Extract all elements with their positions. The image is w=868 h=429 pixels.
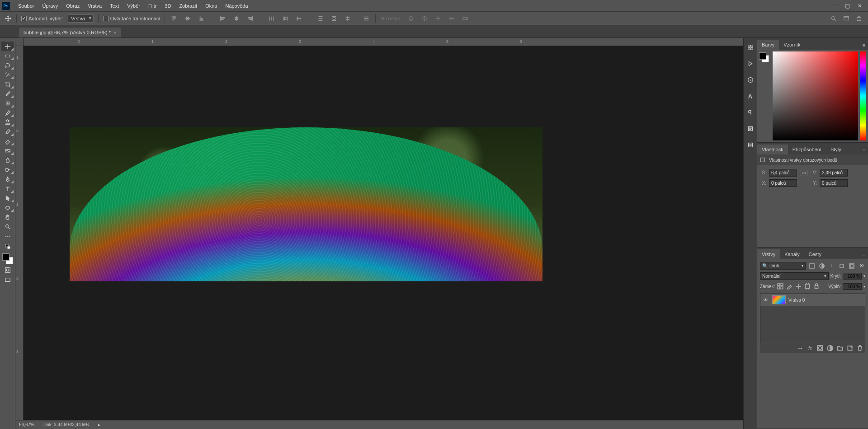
lock-position-icon[interactable] (795, 283, 802, 290)
clone-stamp-tool[interactable] (1, 117, 14, 127)
shape-tool[interactable] (1, 203, 14, 212)
align-right-icon[interactable] (245, 14, 255, 23)
opacity-input[interactable] (843, 273, 862, 280)
menu-filter[interactable]: Filtr (145, 1, 160, 10)
auto-select-checkbox[interactable]: Automat. výběr: (21, 16, 63, 21)
group-icon[interactable] (836, 345, 844, 352)
link-layers-icon[interactable]: ⊶ (797, 345, 804, 352)
notes-panel-icon[interactable] (746, 125, 755, 133)
blur-tool[interactable] (1, 155, 14, 165)
move-tool[interactable] (1, 42, 14, 51)
actions-panel-icon[interactable] (746, 60, 755, 68)
filter-smart-icon[interactable] (848, 262, 855, 270)
maximize-button[interactable]: ▢ (841, 1, 854, 10)
paragraph-panel-icon[interactable] (746, 108, 755, 117)
lock-artboard-icon[interactable] (804, 283, 811, 290)
close-button[interactable]: ✕ (854, 1, 866, 10)
3d-camera-icon[interactable] (461, 14, 470, 23)
menu-edit[interactable]: Úpravy (38, 1, 61, 10)
align-top-icon[interactable] (170, 14, 179, 23)
3d-slide-icon[interactable] (447, 14, 456, 23)
tab-layers[interactable]: Vrstvy (757, 249, 780, 259)
filter-toggle-icon[interactable]: ⦿ (858, 262, 865, 270)
tab-colors[interactable]: Barvy (757, 40, 779, 50)
crop-tool[interactable] (1, 79, 14, 89)
clone-panel-icon[interactable] (746, 141, 755, 149)
canvas-area[interactable]: 0 1 2 3 4 5 6 1 0 1 2 3 66,67% Dok: 3,44… (15, 38, 743, 429)
panel-color-swatches[interactable] (759, 52, 769, 62)
ruler-vertical[interactable]: 1 0 1 2 3 (15, 46, 24, 429)
filter-adjust-icon[interactable] (818, 262, 826, 270)
fill-input[interactable] (843, 283, 862, 290)
layers-panel-menu-icon[interactable]: ≡ (860, 250, 868, 259)
layer-list[interactable]: 👁 Vrstva 0 (760, 294, 865, 343)
colors-panel-menu-icon[interactable]: ≡ (860, 41, 868, 50)
align-left-icon[interactable] (218, 14, 227, 23)
layer-row[interactable]: 👁 Vrstva 0 (760, 294, 865, 306)
align-bottom-icon[interactable] (197, 14, 206, 23)
menu-image[interactable]: Obraz (62, 1, 83, 10)
tab-adjustments[interactable]: Přizpůsobení (788, 145, 826, 154)
tab-properties[interactable]: Vlastnosti (757, 145, 788, 154)
menu-type[interactable]: Text (106, 1, 123, 10)
pen-tool[interactable] (1, 174, 14, 184)
hue-slider[interactable] (860, 51, 866, 140)
auto-select-target[interactable]: Vrstva (68, 14, 94, 23)
menu-help[interactable]: Nápověda (222, 1, 251, 10)
transform-controls-checkbox[interactable]: Ovladače transformací (103, 16, 160, 21)
visibility-eye-icon[interactable]: 👁 (762, 298, 769, 303)
gradient-tool[interactable] (1, 146, 14, 155)
align-vcenter-icon[interactable] (183, 14, 192, 23)
properties-panel-menu-icon[interactable]: ≡ (860, 145, 868, 154)
dodge-tool[interactable] (1, 165, 14, 174)
filter-shape-icon[interactable] (838, 262, 845, 270)
eraser-tool[interactable] (1, 136, 14, 146)
foreground-color[interactable] (2, 253, 9, 261)
distribute-v3-icon[interactable] (343, 14, 352, 23)
marquee-tool[interactable] (1, 51, 14, 61)
width-input[interactable] (769, 169, 797, 177)
menu-file[interactable]: Soubor (14, 1, 38, 10)
screen-mode-icon[interactable] (842, 14, 851, 23)
type-tool[interactable] (1, 184, 14, 193)
document-tab[interactable]: bubble.jpg @ 66,7% (Vrstva 0,RGB/8) * × (19, 28, 121, 37)
layer-filter-type[interactable]: 🔍 Druh ▾ (760, 262, 806, 270)
zoom-tool[interactable] (1, 222, 14, 231)
tab-channels[interactable]: Kanály (780, 249, 804, 259)
3d-roll-icon[interactable] (420, 14, 429, 23)
search-icon[interactable] (829, 14, 838, 23)
doc-size[interactable]: Dok: 3,44 MB/3,44 MB (43, 422, 89, 427)
trash-icon[interactable] (856, 345, 863, 352)
hand-tool[interactable] (1, 212, 14, 222)
mask-icon[interactable] (816, 345, 824, 352)
distribute-v2-icon[interactable] (330, 14, 339, 23)
lock-brush-icon[interactable] (786, 283, 793, 290)
menu-3d[interactable]: 3D (161, 1, 175, 10)
minimize-button[interactable]: ─ (828, 1, 841, 10)
tab-paths[interactable]: Cesty (804, 249, 826, 259)
link-dimensions-icon[interactable]: ⊶ (800, 170, 808, 176)
color-field[interactable] (773, 51, 858, 140)
quickmask-icon[interactable] (3, 266, 12, 274)
3d-orbit-icon[interactable] (406, 14, 415, 23)
close-tab-icon[interactable]: × (113, 30, 116, 35)
layer-thumbnail[interactable] (772, 295, 786, 304)
history-panel-icon[interactable] (746, 43, 755, 51)
menu-layer[interactable]: Vrstva (84, 1, 105, 10)
default-colors-icon[interactable] (3, 242, 12, 251)
layer-name[interactable]: Vrstva 0 (788, 298, 805, 303)
blend-mode-select[interactable]: Normální (760, 272, 829, 280)
menu-select[interactable]: Výběr (123, 1, 144, 10)
distribute-h2-icon[interactable] (281, 14, 290, 23)
lock-all-icon[interactable] (813, 283, 820, 290)
y-input[interactable] (820, 179, 848, 187)
distribute-v1-icon[interactable] (316, 14, 325, 23)
tab-styles[interactable]: Styly (826, 145, 846, 154)
height-input[interactable] (820, 169, 848, 177)
menu-view[interactable]: Zobrazit (175, 1, 201, 10)
distribute-h1-icon[interactable] (267, 14, 276, 23)
distribute-h3-icon[interactable] (294, 14, 303, 23)
tab-swatches[interactable]: Vzorník (779, 40, 805, 50)
info-panel-icon[interactable] (746, 76, 755, 84)
healing-brush-tool[interactable] (1, 98, 14, 108)
